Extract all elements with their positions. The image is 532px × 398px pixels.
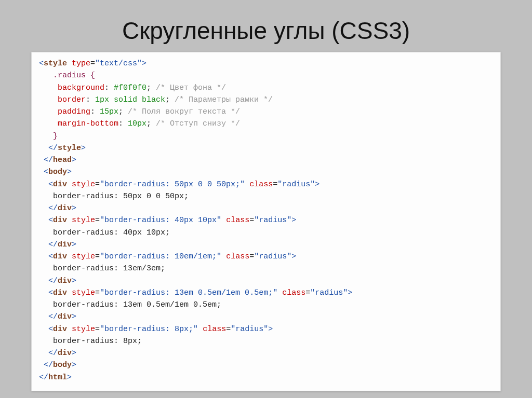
line-1: <style type="text/css">	[39, 59, 147, 68]
slide: Скругленные углы (CSS3) <style type="tex…	[0, 0, 532, 398]
html-end: </html>	[39, 373, 72, 382]
line-6: margin-bottom: 10px; /* Отступ снизу */	[39, 119, 240, 128]
line-7: }	[39, 132, 58, 141]
code-box: <style type="text/css"> .radius { backgr…	[31, 52, 501, 391]
div1-open: <div style="border-radius: 50px 0 0 50px…	[39, 180, 320, 189]
line-2: .radius {	[39, 71, 95, 80]
div2-text: border-radius: 40px 10px;	[39, 228, 170, 237]
div1-text: border-radius: 50px 0 0 50px;	[39, 192, 189, 201]
div3-open: <div style="border-radius: 10em/1em;" cl…	[39, 252, 296, 261]
div3-end: </div>	[39, 277, 76, 285]
div5-end: </div>	[39, 349, 76, 358]
div4-open: <div style="border-radius: 13em 0.5em/1e…	[39, 289, 352, 297]
body-end: </body>	[39, 361, 76, 369]
line-5: padding: 15px; /* Поля вокруг текста */	[39, 107, 240, 116]
div2-open: <div style="border-radius: 40px 10px" cl…	[39, 216, 296, 225]
div2-end: </div>	[39, 240, 76, 249]
div4-end: </div>	[39, 312, 76, 321]
line-3: background: #f0f0f0; /* Цвет фона */	[39, 84, 226, 92]
line-4: border: 1px solid black; /* Параметры ра…	[39, 95, 273, 104]
div5-open: <div style="border-radius: 8px;" class="…	[39, 325, 273, 334]
div5-text: border-radius: 8px;	[39, 337, 142, 346]
line-9: </head>	[39, 156, 76, 164]
slide-title: Скругленные углы (CSS3)	[31, 17, 501, 45]
line-8: </style>	[39, 144, 86, 153]
div4-text: border-radius: 13em 0.5em/1em 0.5em;	[39, 300, 221, 309]
div1-end: </div>	[39, 204, 76, 213]
div3-text: border-radius: 13em/3em;	[39, 264, 165, 273]
code-block: <style type="text/css"> .radius { backgr…	[39, 58, 493, 383]
line-10: <body>	[39, 168, 72, 176]
